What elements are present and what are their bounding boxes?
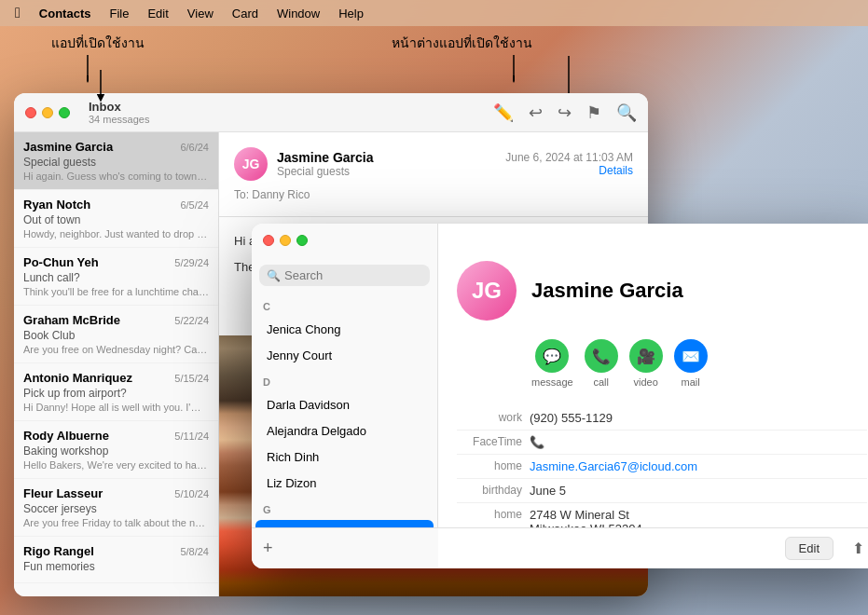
contacts-search-input[interactable] xyxy=(284,268,422,282)
mail-sender-0: Jasmine Garcia xyxy=(23,140,113,154)
contacts-minimize-button[interactable] xyxy=(280,235,291,246)
contacts-titlebar xyxy=(252,224,868,257)
field-label-birthday: birthday xyxy=(457,484,522,498)
contacts-traffic-lights xyxy=(263,235,308,246)
mail-title-info: Inbox 34 messages xyxy=(89,100,149,125)
mail-date-4: 5/15/24 xyxy=(174,373,209,384)
mail-from-subject: Special guests xyxy=(277,165,496,178)
contacts-edit-button[interactable]: Edit xyxy=(785,537,834,560)
menu-file[interactable]: File xyxy=(102,5,136,22)
mail-subject-6: Soccer jerseys xyxy=(23,502,209,515)
mail-date-0: 6/6/24 xyxy=(180,142,209,153)
menu-card[interactable]: Card xyxy=(225,5,266,22)
mail-subject-1: Out of town xyxy=(23,213,209,226)
contact-call-button[interactable]: 📞 call xyxy=(585,339,618,388)
contact-video-button[interactable]: 🎥 video xyxy=(629,339,663,388)
contact-field-home-email: home Jasmine.Garcia67@icloud.com xyxy=(457,455,867,479)
contact-item-jenica-chong[interactable]: Jenica Chong xyxy=(255,317,434,342)
contact-field-work: work (920) 555-1129 xyxy=(457,406,867,430)
mail-from-name: Jasmine Garcia xyxy=(277,150,496,165)
contact-name: Jasmine Garcia xyxy=(531,279,683,303)
contact-item-jenny-court[interactable]: Jenny Court xyxy=(255,343,434,368)
menu-edit[interactable]: Edit xyxy=(140,5,175,22)
mail-sender-6: Fleur Lasseur xyxy=(23,486,103,500)
mail-preview-2: Think you'll be free for a lunchtime cha… xyxy=(23,286,209,297)
menu-help[interactable]: Help xyxy=(331,5,371,22)
contact-avatar: JG xyxy=(457,261,517,321)
message-label: message xyxy=(531,376,573,388)
menu-window[interactable]: Window xyxy=(269,5,327,22)
mail-item-6[interactable]: Fleur Lasseur 5/10/24 Soccer jerseys Are… xyxy=(14,479,218,537)
contacts-detail-bottom-bar: Edit ⬆ xyxy=(438,527,868,568)
mail-item-4[interactable]: Antonio Manriquez 5/15/24 Pick up from a… xyxy=(14,363,218,421)
section-header-d: D xyxy=(252,369,437,391)
mail-sender-5: Rody Albuerne xyxy=(23,429,109,443)
contacts-add-button[interactable]: + xyxy=(263,539,273,558)
contact-field-birthday: birthday June 5 xyxy=(457,479,867,503)
mail-subject-3: Book Club xyxy=(23,329,209,342)
mail-preview-4: Hi Danny! Hope all is well with you. I'm… xyxy=(23,402,209,413)
contacts-window: 🔍 C Jenica Chong Jenny Court D Darla Dav… xyxy=(252,224,868,568)
mail-subject-4: Pick up from airport? xyxy=(23,387,209,400)
mail-preview-0: Hi again. Guess who's coming to town wit… xyxy=(23,171,209,182)
menu-view[interactable]: View xyxy=(180,5,221,22)
contacts-detail-panel: JG Jasmine Garcia 💬 message 📞 call 🎥 vid… xyxy=(438,224,868,568)
contact-action-buttons: 💬 message 📞 call 🎥 video ✉️ mail xyxy=(457,339,867,388)
contacts-close-button[interactable] xyxy=(263,235,274,246)
mail-list[interactable]: Jasmine Garcia 6/6/24 Special guests Hi … xyxy=(14,132,219,596)
mail-forward-icon[interactable]: ↪ xyxy=(558,102,572,123)
mail-flag-icon[interactable]: ⚑ xyxy=(586,102,601,123)
mail-preview-1: Howdy, neighbor. Just wanted to drop a q… xyxy=(23,228,209,239)
mail-to-field: To: Danny Rico xyxy=(234,188,633,201)
mail-reply-icon[interactable]: ↩ xyxy=(529,102,543,123)
mail-item-3[interactable]: Graham McBride 5/22/24 Book Club Are you… xyxy=(14,306,218,363)
mail-date-2: 5/29/24 xyxy=(174,257,209,268)
mail-date-3: 5/22/24 xyxy=(174,315,209,326)
section-header-g: G xyxy=(252,497,437,519)
field-value-facetime[interactable]: 📞 xyxy=(530,435,544,449)
contact-detail-header: JG Jasmine Garcia xyxy=(457,261,867,321)
contact-message-button[interactable]: 💬 message xyxy=(531,339,573,388)
contact-item-alejandra-delgado[interactable]: Alejandra Delgado xyxy=(255,418,434,444)
mail-search-icon[interactable]: 🔍 xyxy=(616,102,637,123)
contact-item-rich-dinh[interactable]: Rich Dinh xyxy=(255,444,434,470)
mail-item-5[interactable]: Rody Albuerne 5/11/24 Baking workshop He… xyxy=(14,421,218,479)
mail-item-0[interactable]: Jasmine Garcia 6/6/24 Special guests Hi … xyxy=(14,132,218,190)
mail-sender-1: Ryan Notch xyxy=(23,198,90,212)
contact-mail-button[interactable]: ✉️ mail xyxy=(674,339,708,388)
mail-received-date: June 6, 2024 at 11:03 AM xyxy=(505,151,633,164)
annotation-left-label: แอปที่เปิดใช้งาน xyxy=(51,33,145,53)
mail-item-1[interactable]: Ryan Notch 6/5/24 Out of town Howdy, nei… xyxy=(14,190,218,248)
video-icon: 🎥 xyxy=(629,339,663,373)
mail-inbox-title: Inbox xyxy=(89,100,149,114)
mail-toolbar: ✏️ ↩ ↪ ⚑ 🔍 xyxy=(493,102,637,123)
contacts-search-bar[interactable]: 🔍 xyxy=(259,265,430,286)
call-icon: 📞 xyxy=(585,339,618,373)
contacts-share-button[interactable]: ⬆ xyxy=(845,536,868,562)
mail-sender-avatar: JG xyxy=(234,147,268,181)
menu-bar:  Contacts File Edit View Card Window He… xyxy=(0,0,868,26)
contact-item-liz-dizon[interactable]: Liz Dizon xyxy=(255,471,434,496)
mail-close-button[interactable] xyxy=(25,107,36,118)
mail-message-count: 34 messages xyxy=(89,114,149,125)
mail-titlebar: Inbox 34 messages ✏️ ↩ ↪ ⚑ 🔍 xyxy=(14,93,648,132)
mail-compose-icon[interactable]: ✏️ xyxy=(493,102,514,123)
field-label-facetime: FaceTime xyxy=(457,435,522,449)
field-label-work: work xyxy=(457,411,522,425)
mail-sender-3: Graham McBride xyxy=(23,313,120,327)
mail-item-7[interactable]: Rigo Rangel 5/8/24 Fun memories xyxy=(14,537,218,583)
mail-zoom-button[interactable] xyxy=(59,107,70,118)
mail-minimize-button[interactable] xyxy=(42,107,53,118)
mail-date-5: 5/11/24 xyxy=(174,430,209,442)
contacts-zoom-button[interactable] xyxy=(296,235,308,246)
mail-details-link[interactable]: Details xyxy=(505,164,633,177)
field-value-work: (920) 555-1129 xyxy=(530,411,613,425)
mail-preview-5: Hello Bakers, We're very excited to have… xyxy=(23,459,209,471)
contact-item-darla-davidson[interactable]: Darla Davidson xyxy=(255,392,434,417)
section-header-c: C xyxy=(252,294,437,316)
field-value-home-email[interactable]: Jasmine.Garcia67@icloud.com xyxy=(530,459,697,473)
field-value-birthday: June 5 xyxy=(530,484,566,498)
apple-menu[interactable]:  xyxy=(7,3,28,23)
mail-item-2[interactable]: Po-Chun Yeh 5/29/24 Lunch call? Think yo… xyxy=(14,248,218,306)
menu-contacts[interactable]: Contacts xyxy=(32,5,99,22)
